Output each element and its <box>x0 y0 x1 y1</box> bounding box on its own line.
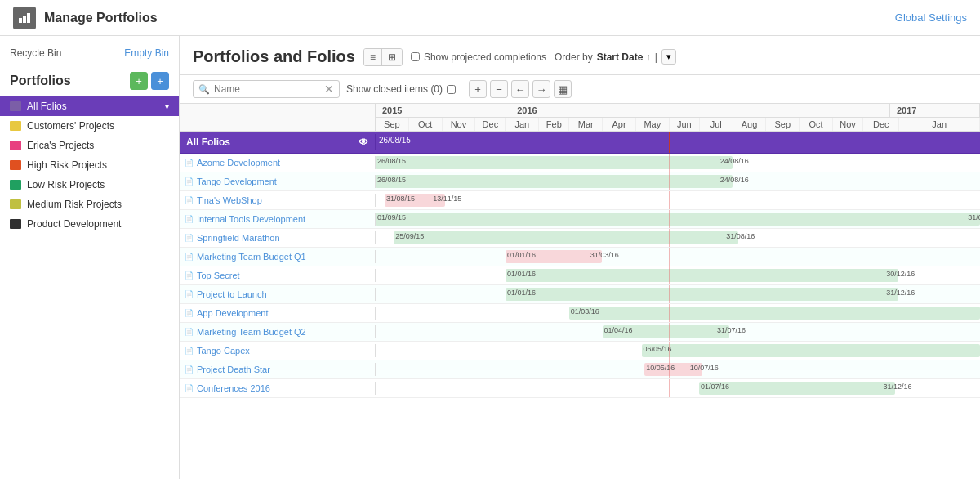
page-icon: 📄 <box>185 365 194 374</box>
gantt-row-bar-area: 10/05/1610/07/16 <box>376 360 980 378</box>
view-toggle: ≡ ⊞ <box>363 48 403 66</box>
bar-end-date: 13/11/15 <box>433 195 461 203</box>
zoom-in-button[interactable]: + <box>469 80 487 98</box>
app-title: Manage Portfolios <box>44 11 158 25</box>
global-settings-link[interactable]: Global Settings <box>895 11 967 24</box>
gantt-bar <box>376 156 733 169</box>
gantt-row-name[interactable]: 📄 Conferences 2016 <box>180 382 376 395</box>
toolbar: 🔍 ✕ Show closed items (0) + − ← → ▦ <box>180 75 980 104</box>
gantt-row-name[interactable]: 📄 Marketing Team Budget Q1 <box>180 250 376 263</box>
gantt-container[interactable]: 201520162017SepOctNovDecJanFebMarAprMayJ… <box>180 104 980 479</box>
gantt-row: 📄 Internal Tools Development 01/09/1531/… <box>180 210 980 229</box>
gantt-month-label: Jan <box>506 118 539 131</box>
gantt-row: 📄 Project to Launch 01/01/1631/12/16 <box>180 285 980 304</box>
svg-rect-1 <box>23 16 26 23</box>
search-box: 🔍 ✕ <box>193 80 340 98</box>
gantt-row-name[interactable]: 📄 Tina's WebShop <box>180 194 376 207</box>
gantt-row-bar-area: 26/08/1524/08/16 <box>376 154 980 172</box>
projected-completions-checkbox[interactable] <box>411 52 420 61</box>
gantt-row-bar-area: 25/09/1531/08/16 <box>376 229 980 247</box>
gantt-year-label: 2015 <box>376 104 510 117</box>
gantt-row-name[interactable]: 📄 Project Death Star <box>180 363 376 376</box>
search-input[interactable] <box>214 83 320 95</box>
gantt-month-label: Sep <box>376 118 409 131</box>
page-icon: 📄 <box>185 215 194 223</box>
gantt-all-folios-row: All Folios 👁 26/08/15 <box>180 132 980 154</box>
sidebar-item-all-folios[interactable]: All Folios ▾ <box>0 96 179 116</box>
sidebar-item-label: Medium Risk Projects <box>27 199 122 210</box>
today-line-row <box>669 266 670 284</box>
gantt-bar <box>394 231 738 244</box>
scroll-left-button[interactable]: ← <box>511 80 529 98</box>
show-closed-checkbox[interactable] <box>447 85 456 94</box>
gantt-row-name[interactable]: 📄 Project to Launch <box>180 288 376 301</box>
bar-start-date: 10/05/16 <box>644 364 675 372</box>
gantt-row: 📄 App Development 01/03/16 <box>180 304 980 323</box>
page-icon: 📄 <box>185 253 194 261</box>
svg-rect-2 <box>27 13 30 23</box>
bar-end-date: 31/03/16 <box>590 251 619 259</box>
gantt-month-label: Oct <box>409 118 443 131</box>
chevron-down-icon: ▾ <box>165 102 169 111</box>
gantt-row-name[interactable]: 📄 Tango Development <box>180 175 376 188</box>
folder-icon <box>10 160 21 170</box>
gantt-row: 📄 Top Secret 01/01/1630/12/16 <box>180 266 980 285</box>
gantt-month-label: Jul <box>700 118 733 131</box>
projected-completions-label: Show projected completions <box>424 51 546 63</box>
calendar-button[interactable]: ▦ <box>554 80 572 98</box>
gantt-bar <box>506 288 898 301</box>
sidebar-item-label: Customers' Projects <box>27 120 114 132</box>
gantt-row-bar-area: 01/01/1631/03/16 <box>376 248 980 266</box>
gantt-months-header: 201520162017SepOctNovDecJanFebMarAprMayJ… <box>376 104 980 131</box>
folder-icon <box>10 121 21 131</box>
scroll-right-button[interactable]: → <box>532 80 550 98</box>
row-name-label: Internal Tools Development <box>197 214 305 224</box>
gantt-bar <box>376 213 980 226</box>
folder-icon <box>10 101 21 111</box>
gantt-row-name[interactable]: 📄 Marketing Team Budget Q2 <box>180 325 376 338</box>
main-content: Portfolios and Folios ≡ ⊞ Show projected… <box>180 36 980 479</box>
gantt-row-name[interactable]: 📄 Tango Capex <box>180 344 376 357</box>
gantt-month-label: Mar <box>569 118 603 131</box>
row-name-label: Tango Development <box>197 177 277 186</box>
search-clear-button[interactable]: ✕ <box>324 83 334 96</box>
bar-start-date: 01/01/16 <box>506 251 536 259</box>
order-by-dropdown[interactable]: ▾ <box>662 49 676 65</box>
gantt-row-bar-area: 01/04/1631/07/16 <box>376 323 980 341</box>
bar-end-date: 24/08/16 <box>720 176 749 184</box>
grid-view-button[interactable]: ⊞ <box>382 49 402 65</box>
add-portfolio-button[interactable]: + <box>130 72 148 90</box>
order-by: Order by Start Date ↑ | ▾ <box>555 49 676 65</box>
top-bar: Manage Portfolios Global Settings <box>0 0 980 36</box>
eye-icon[interactable]: 👁 <box>359 137 368 148</box>
today-line-row <box>669 229 670 247</box>
today-line-row <box>669 304 670 322</box>
bar-end-date: 31/01 <box>968 213 980 222</box>
sidebar-item-product-development[interactable]: Product Development <box>0 214 179 234</box>
sidebar-item-customers-projects[interactable]: Customers' Projects <box>0 116 179 136</box>
list-view-button[interactable]: ≡ <box>364 49 382 65</box>
add-folio-button[interactable]: + <box>151 72 169 90</box>
page-icon: 📄 <box>185 196 194 204</box>
page-icon: 📄 <box>185 177 194 186</box>
gantt-row-name[interactable]: 📄 Springfield Marathon <box>180 231 376 244</box>
gantt-row: 📄 Project Death Star 10/05/1610/07/16 <box>180 360 980 379</box>
gantt-row-name[interactable]: 📄 Top Secret <box>180 269 376 282</box>
gantt-month-label: Oct <box>800 118 833 131</box>
gantt-month-label: Nov <box>443 118 476 131</box>
gantt-row: 📄 Springfield Marathon 25/09/1531/08/16 <box>180 229 980 248</box>
sidebar-item-high-risk-projects[interactable]: High Risk Projects <box>0 155 179 175</box>
zoom-out-button[interactable]: − <box>490 80 508 98</box>
gantt-row-name[interactable]: 📄 Internal Tools Development <box>180 213 376 226</box>
sidebar-item-medium-risk-projects[interactable]: Medium Risk Projects <box>0 195 179 214</box>
sidebar-item-ericas-projects[interactable]: Erica's Projects <box>0 136 179 155</box>
gantt-row-name[interactable]: 📄 Azome Development <box>180 156 376 169</box>
empty-bin-button[interactable]: Empty Bin <box>124 47 169 59</box>
sidebar-item-label: High Risk Projects <box>27 159 107 171</box>
svg-rect-0 <box>19 18 22 23</box>
bar-start-date: 01/01/16 <box>506 289 536 297</box>
gantt-row-name[interactable]: 📄 App Development <box>180 307 376 320</box>
gantt-month-label: Dec <box>863 118 899 131</box>
bar-start-date: 01/03/16 <box>569 307 599 316</box>
sidebar-item-low-risk-projects[interactable]: Low Risk Projects <box>0 175 179 195</box>
